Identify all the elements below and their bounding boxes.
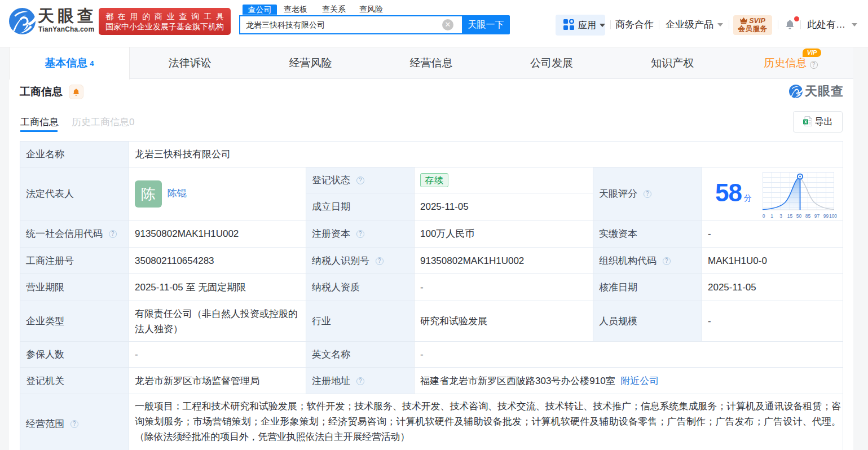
svg-text:1: 1 bbox=[770, 213, 773, 219]
svg-text:100: 100 bbox=[829, 213, 837, 219]
svg-text:50: 50 bbox=[796, 213, 802, 219]
svg-text:3: 3 bbox=[779, 213, 782, 219]
svg-text:15: 15 bbox=[787, 213, 793, 219]
svg-text:85: 85 bbox=[805, 213, 811, 219]
svg-text:0: 0 bbox=[763, 213, 765, 219]
svg-text:97: 97 bbox=[814, 213, 820, 219]
svg-text:99: 99 bbox=[823, 213, 829, 219]
